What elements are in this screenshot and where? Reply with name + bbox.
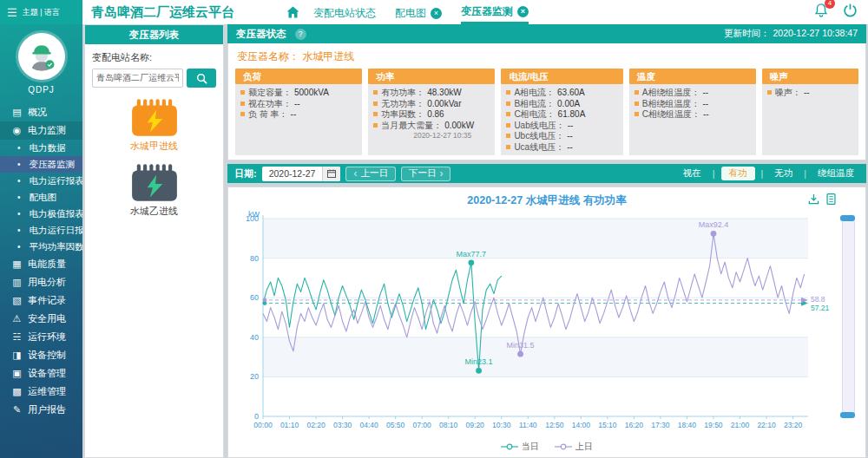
sidebar-item[interactable]: ☵运行环境 [0, 328, 82, 346]
stat-value: 0.00kVar [427, 99, 461, 108]
sidebar-item[interactable]: 电力极值报表 [0, 206, 82, 222]
stat-row: B相绕组温度：-- [635, 99, 751, 110]
transformer-item[interactable]: 水城乙进线 [92, 163, 216, 218]
stat-card-body: 额定容量：5000kVA视在功率：--负 荷 率：-- [235, 84, 362, 155]
data-view-icon[interactable] [826, 193, 836, 205]
stat-row: C相电流：61.80A [506, 109, 617, 121]
sidebar-item[interactable]: 电力运行日报 [0, 222, 82, 239]
device-manage-icon: ▣ [11, 368, 23, 379]
sidebar-item[interactable]: ▦电能质量 [0, 255, 82, 273]
tab[interactable]: 变压器监测× [461, 0, 529, 24]
svg-text:Min31.5: Min31.5 [507, 341, 535, 350]
stat-value: -- [567, 142, 573, 152]
page-title: 青岛啤酒二厂运维云平台 [91, 4, 234, 21]
stat-value: 5000kVA [294, 88, 329, 97]
sidebar-item[interactable]: 配电图 [0, 189, 82, 206]
svg-text:Max92.4: Max92.4 [699, 220, 729, 229]
sidebar-item[interactable]: 变压器监测 [0, 156, 82, 173]
stat-row: 负 荷 率：-- [240, 109, 357, 121]
stat-value: -- [702, 99, 708, 108]
sidebar-item[interactable]: 平均功率因数 [0, 239, 82, 255]
stat-card-title: 温度 [629, 69, 756, 84]
tab[interactable]: 变配电站状态 [313, 0, 376, 24]
sidebar-item-label: 电力数据 [30, 142, 66, 154]
sidebar-item[interactable]: ✎用户报告 [0, 401, 82, 419]
stat-row: 当月最大需量：0.00kW [373, 121, 490, 132]
chart-zoom-slider[interactable] [842, 217, 855, 416]
transformer-item[interactable]: 水城甲进线 [92, 98, 216, 153]
sidebar-item-label: 平均功率因数 [30, 241, 82, 253]
app-window: ☰ 主题 | 语言 青岛啤酒二厂运维云平台 变配电站状态配电图×变压器监测× 4 [0, 0, 868, 458]
search-icon [196, 73, 207, 84]
svg-text:57.21: 57.21 [811, 304, 830, 312]
date-picker[interactable]: 2020-12-27 [262, 167, 341, 181]
stat-card-body: A相绕组温度：--B相绕组温度：--C相绕组温度：-- [629, 84, 756, 155]
power-logout-icon[interactable] [843, 3, 858, 22]
filter-1[interactable]: 有功 [721, 167, 755, 180]
zoom-handle-top[interactable] [840, 215, 855, 221]
chart-toolbox [808, 193, 836, 205]
sidebar-item-label: 电力运行报表 [30, 175, 82, 187]
sidebar-item-label: 配电图 [30, 192, 57, 204]
sidebar-item[interactable]: ▥用电分析 [0, 273, 82, 291]
chevron-left-icon: ‹ [353, 168, 357, 179]
user-profile[interactable]: QDPJ [0, 24, 82, 95]
filter-0[interactable]: 视在 [678, 167, 707, 180]
transformer-name-label: 变压器名称： [237, 50, 299, 62]
sidebar-item-label: 用电分析 [28, 276, 66, 289]
home-icon[interactable] [286, 6, 299, 18]
search-button[interactable] [187, 69, 216, 88]
legend-marker-icon [555, 443, 572, 450]
stat-card-body: 有功功率：48.30kW无功功率：0.00kVar功率因数：0.86当月最大需量… [368, 84, 495, 155]
bullet-icon [506, 112, 510, 116]
stat-card-title: 电流/电压 [501, 69, 622, 84]
zoom-handle-bottom[interactable] [840, 412, 855, 418]
sidebar-item-label: 用户报告 [28, 403, 66, 416]
sidebar-item[interactable]: ▤概况 [0, 103, 82, 121]
chart-toolbar: 日期: 2020-12-27 ‹上一日 下一日› 视在|有功|无功|绕组温度 [227, 164, 866, 183]
prev-day-button[interactable]: ‹上一日 [345, 167, 396, 181]
notifications-bell[interactable]: 4 [813, 3, 829, 22]
sidebar-item[interactable]: 电力运行报表 [0, 173, 82, 189]
help-icon[interactable]: ? [295, 29, 306, 40]
hamburger-icon[interactable]: ☰ [7, 7, 17, 18]
usage-analysis-icon: ▥ [11, 277, 23, 288]
filter-3[interactable]: 绕组温度 [812, 167, 859, 180]
calendar-icon[interactable] [322, 167, 340, 181]
sidebar-item-label: 设备控制 [28, 349, 66, 362]
stat-card-title: 负荷 [235, 69, 362, 84]
theme-language-menu[interactable]: ☰ 主题 | 语言 [0, 0, 82, 24]
download-image-icon[interactable] [808, 193, 819, 205]
sidebar-item[interactable]: ▣设备管理 [0, 364, 82, 383]
sidebar-item-label: 电能质量 [28, 258, 66, 271]
stat-row: Ubc线电压：-- [506, 131, 617, 142]
svg-text:Max77.7: Max77.7 [457, 250, 487, 258]
next-day-button[interactable]: 下一日› [401, 167, 451, 181]
station-search-input[interactable] [92, 69, 183, 88]
svg-text:20: 20 [250, 372, 259, 381]
stat-label: Uca线电压： [514, 142, 564, 152]
stat-label: 额定容量： [248, 88, 292, 97]
filter-2[interactable]: 无功 [769, 167, 798, 180]
sidebar-item-label: 事件记录 [28, 294, 66, 307]
stat-label: 无功功率： [381, 99, 424, 108]
stat-card: 温度A相绕组温度：--B相绕组温度：--C相绕组温度：-- [629, 69, 756, 155]
tab-close-icon[interactable]: × [431, 8, 442, 19]
sidebar-item[interactable]: 电力数据 [0, 140, 82, 156]
bullet-icon [373, 112, 378, 116]
legend-item[interactable]: 当日 [501, 441, 539, 453]
sidebar-item[interactable]: ◉电力监测 [0, 121, 82, 140]
svg-text:16:20: 16:20 [625, 421, 644, 429]
stat-value: -- [294, 99, 300, 108]
legend-item[interactable]: 上日 [555, 441, 593, 453]
legend-label: 上日 [575, 441, 593, 453]
sidebar-item[interactable]: ▩运维管理 [0, 383, 82, 401]
sidebar-item[interactable]: ▧事件记录 [0, 291, 82, 310]
bullet-icon [635, 112, 639, 116]
sidebar-item[interactable]: ⚠安全用电 [0, 310, 82, 328]
sidebar-item-label: 电力运行日报 [30, 225, 82, 237]
tab[interactable]: 配电图× [395, 0, 442, 24]
sidebar-item[interactable]: ◨设备控制 [0, 346, 82, 364]
stat-row: C相绕组温度：-- [635, 109, 751, 121]
tab-close-icon[interactable]: × [517, 6, 529, 17]
